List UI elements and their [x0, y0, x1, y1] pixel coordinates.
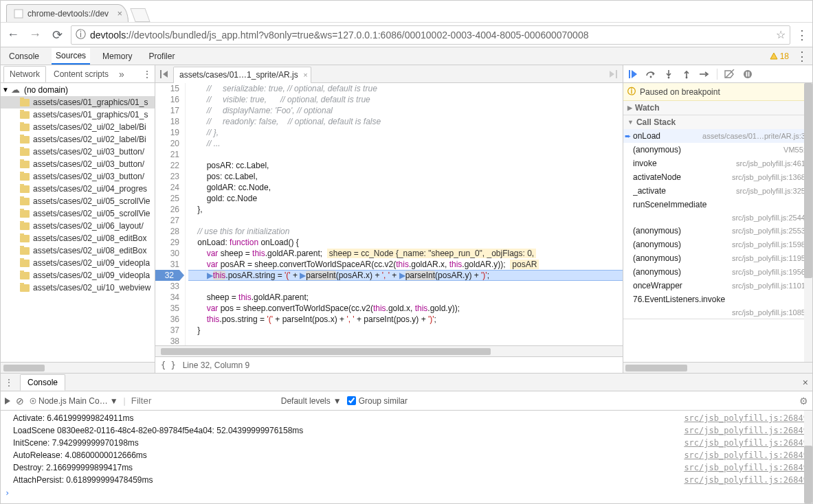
call-stack-frame[interactable]: onLoadassets/cases/01…prite/AR.js:32	[623, 129, 812, 143]
tree-item[interactable]: assets/cases/01_graphics/01_s	[1, 96, 155, 108]
code-editor[interactable]: 1516171819202122232425262728293031323334…	[155, 83, 623, 345]
group-similar-checkbox[interactable]: Group similar	[347, 396, 408, 406]
step-into-icon[interactable]	[662, 67, 676, 81]
tree-item[interactable]: assets/cases/02_ui/03_button/	[1, 146, 155, 158]
tree-item[interactable]: assets/cases/02_ui/03_button/	[1, 170, 155, 183]
svg-rect-6	[14, 10, 23, 18]
drawer-menu-icon[interactable]: ⋮	[5, 378, 17, 387]
call-stack-frame[interactable]: onceWrappersrc/jsb_polyfill.js:11014	[623, 279, 812, 293]
chrome-menu-icon[interactable]: ⋮	[796, 27, 808, 43]
console-v-scrollbar[interactable]	[804, 411, 812, 503]
console-prompt[interactable]: ›	[1, 486, 812, 500]
tab-memory[interactable]: Memory	[98, 49, 136, 64]
console-play-icon[interactable]	[5, 398, 10, 404]
tree-item[interactable]: assets/cases/02_ui/09_videopla	[1, 269, 155, 282]
new-tab-button[interactable]	[130, 8, 150, 22]
line-gutter[interactable]: 1516171819202122232425262728293031323334…	[155, 83, 186, 345]
tree-item[interactable]: assets/cases/02_ui/08_editBox	[1, 244, 155, 257]
call-stack-frame[interactable]: invokesrc/jsb_polyfill.js:4610	[623, 157, 812, 170]
collapse-icon[interactable]: ▶	[627, 104, 632, 111]
call-stack-frame[interactable]: (anonymous)src/jsb_polyfill.js:25536	[623, 224, 812, 238]
navigator-tab-content-scripts[interactable]: Content scripts	[47, 66, 115, 82]
tree-item[interactable]: assets/cases/02_ui/03_button/	[1, 158, 155, 170]
tree-root[interactable]: ▼ ☁ (no domain)	[1, 83, 155, 96]
call-stack-frame[interactable]: (anonymous)src/jsb_polyfill.js:19568	[623, 265, 812, 279]
call-stack-frame[interactable]: 76.EventListeners.invoke	[623, 293, 812, 306]
devtools-menu-icon[interactable]: ⋮	[796, 49, 808, 64]
console-context-selector[interactable]: Node.js Main Co… ▼	[30, 396, 118, 406]
console-source-link[interactable]: src/jsb_polyfill.js:26849	[684, 475, 808, 485]
tree-item[interactable]: assets/cases/02_ui/10_webview	[1, 282, 155, 294]
close-icon[interactable]: ×	[303, 71, 307, 79]
console-output[interactable]: Activate: 6.461999999824911mssrc/jsb_pol…	[1, 411, 812, 503]
drawer-tab-console[interactable]: Console	[20, 374, 65, 391]
call-stack-frame[interactable]: (anonymous)VM55:3	[623, 143, 812, 157]
nav-back-button[interactable]: ←	[5, 27, 21, 43]
step-out-icon[interactable]	[680, 67, 693, 81]
expand-icon[interactable]: ▼	[627, 119, 634, 126]
tree-root-label: (no domain)	[24, 85, 68, 95]
tree-item[interactable]: assets/cases/02_ui/08_editBox	[1, 232, 155, 244]
toolbar-divider	[717, 69, 717, 80]
console-source-link[interactable]: src/jsb_polyfill.js:26849	[684, 426, 808, 435]
step-over-icon[interactable]	[644, 67, 658, 81]
console-source-link[interactable]: src/jsb_polyfill.js:26849	[684, 463, 808, 472]
navigator-menu-icon[interactable]: ⋮	[142, 69, 152, 80]
resume-icon[interactable]	[626, 67, 640, 81]
file-tree[interactable]: ▼ ☁ (no domain) assets/cases/01_graphics…	[1, 83, 155, 362]
tree-item[interactable]: assets/cases/01_graphics/01_s	[1, 108, 155, 121]
debugger-h-scrollbar[interactable]	[623, 362, 812, 373]
nav-reload-button[interactable]: ⟳	[49, 27, 65, 43]
call-stack-frame[interactable]: activateNodesrc/jsb_polyfill.js:13682	[623, 170, 812, 184]
console-source-link[interactable]: src/jsb_polyfill.js:26849	[684, 413, 808, 423]
console-settings-icon[interactable]: ⚙	[799, 396, 808, 406]
code-body[interactable]: // serializable: true, // optional, defa…	[186, 83, 623, 345]
folder-icon	[20, 260, 30, 267]
warning-badge[interactable]: 18	[770, 51, 789, 61]
tree-item[interactable]: assets/cases/02_ui/02_label/Bi	[1, 133, 155, 146]
call-stack-frame[interactable]: src/jsb_polyfill.js:10859	[623, 306, 812, 319]
tree-item[interactable]: assets/cases/02_ui/04_progres	[1, 183, 155, 195]
call-stack-frame[interactable]: runSceneImmediate	[623, 198, 812, 211]
navigator-h-scrollbar[interactable]	[1, 362, 155, 373]
call-stack-frame[interactable]: _activatesrc/jsb_polyfill.js:3258	[623, 184, 812, 198]
console-levels-selector[interactable]: Default levels ▼	[281, 396, 342, 406]
console-source-link[interactable]: src/jsb_polyfill.js:26849	[684, 450, 808, 460]
console-filter-input[interactable]	[131, 396, 276, 406]
editor-nav-back-icon[interactable]	[157, 70, 173, 78]
tree-item[interactable]: assets/cases/02_ui/09_videopla	[1, 257, 155, 269]
tree-item[interactable]: assets/cases/02_ui/02_label/Bi	[1, 121, 155, 133]
editor-file-tab[interactable]: assets/cases/01…1_sprite/AR.js ×	[173, 67, 311, 83]
expand-icon[interactable]: ▼	[2, 86, 9, 93]
console-clear-icon[interactable]	[16, 396, 24, 406]
pretty-print-icon[interactable]: { }	[161, 360, 176, 370]
editor-h-scrollbar[interactable]	[155, 345, 623, 356]
tree-item[interactable]: assets/cases/02_ui/06_layout/	[1, 220, 155, 232]
address-bar[interactable]: ⓘ devtools://devtools/bundled/js_app.htm…	[71, 25, 790, 45]
tab-sources[interactable]: Sources	[52, 48, 90, 65]
console-source-link[interactable]: src/jsb_polyfill.js:26849	[684, 438, 808, 448]
site-info-icon[interactable]: ⓘ	[76, 28, 86, 41]
drawer-close-icon[interactable]: ×	[803, 377, 808, 388]
step-icon[interactable]	[698, 67, 711, 81]
tree-item[interactable]: assets/cases/02_ui/05_scrollVie	[1, 207, 155, 220]
bookmark-star-icon[interactable]: ☆	[776, 28, 786, 41]
call-stack-frame[interactable]: (anonymous)src/jsb_polyfill.js:11958	[623, 251, 812, 265]
watch-section[interactable]: ▶Watch	[623, 101, 812, 115]
browser-tab[interactable]: chrome-devtools://dev ×	[6, 4, 129, 22]
tab-close-icon[interactable]: ×	[117, 8, 122, 19]
paused-banner: ⓘ Paused on breakpoint	[623, 83, 812, 101]
editor-nav-fwd-icon[interactable]	[603, 70, 621, 78]
tree-item[interactable]: assets/cases/02_ui/05_scrollVie	[1, 195, 155, 207]
pause-on-exceptions-icon[interactable]	[741, 67, 755, 81]
call-stack-frame[interactable]: src/jsb_polyfill.js:25442	[623, 211, 812, 224]
debugger-v-scrollbar[interactable]	[804, 83, 812, 362]
tab-console[interactable]: Console	[5, 49, 43, 64]
svg-rect-9	[629, 70, 630, 78]
call-stack-frame[interactable]: (anonymous)src/jsb_polyfill.js:15981	[623, 238, 812, 251]
call-stack-list[interactable]: onLoadassets/cases/01…prite/AR.js:32(ano…	[623, 129, 812, 319]
deactivate-breakpoints-icon[interactable]	[723, 67, 737, 81]
navigator-tab-network[interactable]: Network	[3, 66, 46, 82]
navigator-tabs-overflow-icon[interactable]: »	[119, 69, 124, 80]
tab-profiler[interactable]: Profiler	[144, 49, 179, 64]
